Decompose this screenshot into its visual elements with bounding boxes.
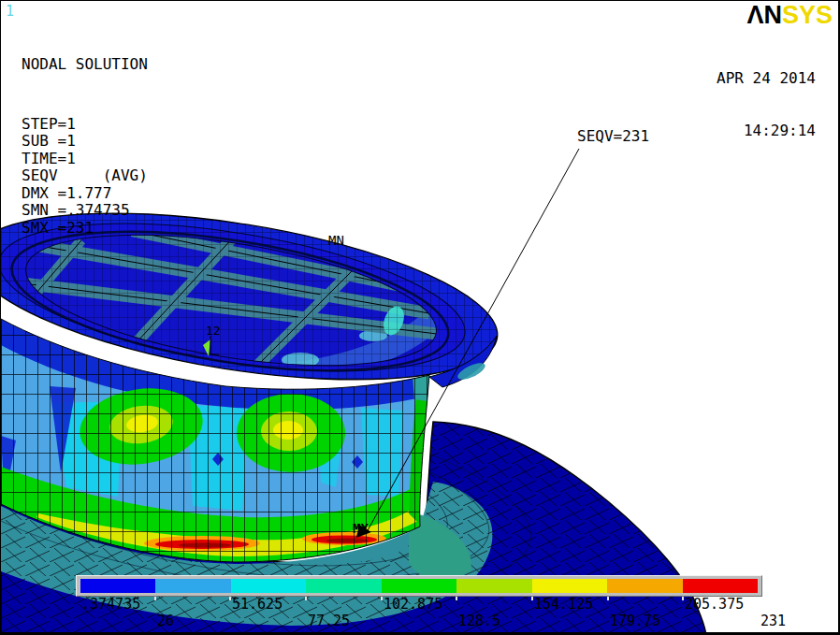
- solution-line: DMX =1.777: [22, 185, 148, 203]
- legend-color-segment: [155, 579, 230, 593]
- legend-tick: [229, 597, 231, 600]
- legend-tick: [381, 597, 383, 600]
- legend-color-segment: [231, 579, 306, 593]
- legend-value-label: 231: [760, 613, 786, 629]
- max-node-marker: MX: [353, 521, 369, 536]
- legend-value-label: 51.625: [232, 596, 282, 613]
- legend-color-segment: [607, 579, 682, 593]
- solution-title: NODAL SOLUTION: [22, 56, 148, 74]
- legend-color-segment: [456, 579, 531, 593]
- solution-lines: STEP=1SUB =1TIME=1SEQV (AVG)DMX =1.777SM…: [22, 116, 148, 238]
- max-stress-annotation: SEQV=231: [577, 127, 649, 145]
- stress-contour-legend: [76, 575, 762, 597]
- legend-tick: [682, 597, 684, 600]
- time-label: 14:29:14: [717, 123, 816, 140]
- entity-number-label: 12: [206, 324, 221, 338]
- legend-value-label: 102.875: [384, 596, 442, 613]
- ansys-graphics-window: 1 NODAL SOLUTION STEP=1SUB =1TIME=1SEQV …: [0, 0, 840, 635]
- legend-color-segment: [382, 579, 456, 593]
- legend-value-label: 128.5: [458, 613, 500, 629]
- legend-value-label: 77.25: [308, 613, 350, 629]
- legend-color-segment: [306, 579, 381, 593]
- plot-number: 1: [6, 3, 14, 20]
- ansys-logo-black: ΛN: [746, 1, 782, 29]
- legend-tick: [531, 597, 533, 600]
- legend-tick: [154, 597, 156, 600]
- solution-line: TIME=1: [22, 151, 148, 168]
- legend-value-label: 26: [157, 613, 174, 629]
- solution-line: SMX =231: [22, 220, 148, 238]
- solution-line: SEQV (AVG): [22, 167, 148, 185]
- solution-info-block: NODAL SOLUTION STEP=1SUB =1TIME=1SEQV (A…: [22, 22, 148, 271]
- legend-color-segment: [80, 579, 155, 593]
- date-label: APR 24 2014: [717, 70, 816, 88]
- solution-line: SUB =1: [22, 133, 148, 151]
- ansys-logo: ΛNSYS: [746, 1, 833, 29]
- min-node-marker: MN: [328, 233, 344, 248]
- ansys-logo-yellow: SYS: [782, 1, 833, 29]
- solution-line: STEP=1: [22, 116, 148, 134]
- datetime-stamp: APR 24 2014 14:29:14: [717, 36, 816, 174]
- legend-tick: [607, 597, 609, 600]
- legend-value-label: .374735: [81, 596, 140, 613]
- legend-tick: [456, 597, 457, 600]
- legend-color-segment: [532, 579, 607, 593]
- legend-color-segment: [683, 579, 758, 593]
- legend-value-label: 154.125: [534, 596, 593, 613]
- solution-line: SMN =.374735: [22, 202, 148, 220]
- legend-tick: [305, 597, 307, 600]
- legend-value-label: 205.375: [685, 596, 744, 613]
- legend-value-label: 179.75: [610, 613, 660, 629]
